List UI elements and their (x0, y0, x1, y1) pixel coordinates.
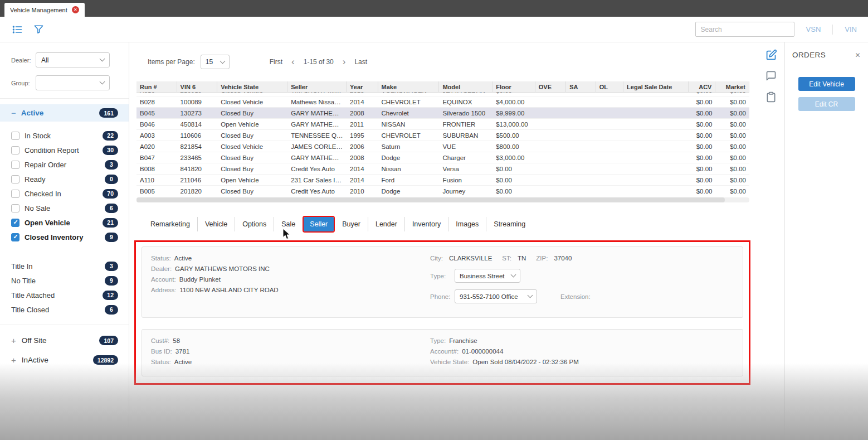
table-row[interactable]: B028100089Closed VehicleMathews Nissan I… (136, 96, 749, 108)
clipboard-icon[interactable] (765, 91, 777, 103)
sidebar-item-closed-inventory[interactable]: Closed Inventory9 (0, 230, 129, 244)
sidebar-section-off-site[interactable]: +Off Site107 (0, 331, 129, 350)
column-header-floor[interactable]: Floor (492, 81, 535, 93)
sidebar-section-inactive[interactable]: +InActive12892 (0, 350, 129, 370)
tab-streaming[interactable]: Streaming (486, 217, 533, 231)
column-header-run[interactable]: Run # (136, 81, 177, 93)
table-row[interactable]: B047233465Closed BuyGARY MATHEWS ...2008… (136, 152, 749, 163)
scrollbar-thumb[interactable] (136, 197, 725, 202)
column-header-model[interactable]: Model (439, 81, 492, 93)
items-per-page-value: 15 (206, 58, 213, 66)
column-header-legal-sale-date[interactable]: Legal Sale Date (623, 81, 689, 93)
table-row[interactable]: A110211046Open Vehicle231 Car Sales Inc.… (136, 175, 749, 186)
table-row[interactable]: B005201820Closed BuyCredit Yes Auto2010D… (136, 186, 749, 196)
table-row[interactable]: B046450814Open VehicleGARY MATHEWS ...20… (136, 119, 749, 130)
next-page-icon[interactable] (343, 59, 346, 65)
tab-close-icon[interactable] (72, 6, 79, 13)
checkbox-ready[interactable] (11, 175, 19, 183)
count-badge: 21 (103, 218, 118, 228)
orders-header: ORDERS (792, 51, 861, 59)
sidebar-item-condition-report[interactable]: Condition Report30 (0, 143, 129, 157)
checkbox-no-sale[interactable] (11, 204, 19, 212)
close-icon[interactable] (855, 51, 861, 59)
table-cell: $4,000.00 (492, 96, 535, 108)
column-header-ol[interactable]: OL (596, 81, 623, 93)
sidebar-item-title-in[interactable]: Title In3 (0, 259, 129, 273)
checkbox-checked-in[interactable] (11, 190, 19, 198)
list-menu-icon[interactable] (11, 23, 23, 36)
tab-seller[interactable]: Seller (304, 217, 334, 231)
sidebar-item-title-attached[interactable]: Title Attached12 (0, 288, 129, 302)
table-cell: $0.00 (492, 175, 535, 186)
table-cell: Charger (439, 152, 492, 163)
last-page-button[interactable]: Last (354, 58, 367, 66)
items-per-page-select[interactable]: 15 (201, 55, 230, 69)
sidebar-item-ready[interactable]: Ready0 (0, 172, 129, 186)
tab-images[interactable]: Images (448, 217, 486, 231)
table-row[interactable]: A003110606Closed BuyTENNESSEE QUICK...19… (136, 130, 749, 141)
previous-page-icon[interactable] (291, 59, 295, 65)
edit-cr-button[interactable]: Edit CR (798, 97, 855, 111)
checkbox-open-vehicle[interactable] (11, 219, 19, 227)
table-cell: Chevrolet (378, 108, 440, 119)
seller-info-panel: Cust#:58Bus ID:3781Status:Active Type:Fr… (142, 329, 743, 376)
checkbox-in-stock[interactable] (11, 132, 19, 140)
column-header-make[interactable]: Make (378, 81, 440, 93)
tab-vehicle[interactable]: Vehicle (197, 217, 235, 231)
type-row: Type: Business Street (430, 269, 734, 283)
table-cell (623, 163, 689, 175)
seller-box-right: City:CLARKSVILLEST:TNZIP:37040 Type: Bus… (430, 254, 734, 310)
edit-vehicle-button[interactable]: Edit Vehicle (798, 77, 855, 91)
table-cell: Fusion (439, 175, 492, 186)
column-header-year[interactable]: Year (347, 81, 378, 93)
column-header-vin-6[interactable]: VIN 6 (177, 81, 218, 93)
vsn-button[interactable]: VSN (806, 25, 821, 33)
field-status: Status:Active (151, 254, 430, 263)
sidebar-item-title-closed[interactable]: Title Closed6 (0, 302, 129, 317)
column-header-sa[interactable]: SA (566, 81, 596, 93)
sidebar-item-open-vehicle[interactable]: Open Vehicle21 (0, 215, 129, 230)
checkbox-repair-order[interactable] (11, 161, 19, 169)
comment-icon[interactable] (765, 70, 777, 82)
table-scroll[interactable]: Run #VIN 6Vehicle StateSellerYearMakeMod… (136, 81, 749, 196)
checkbox-closed-inventory[interactable] (11, 233, 19, 241)
filter-icon[interactable] (32, 23, 45, 36)
vin-button[interactable]: VIN (845, 25, 857, 33)
tab-options[interactable]: Options (235, 217, 274, 231)
column-header-ove[interactable]: OVE (535, 81, 566, 93)
tab-buyer[interactable]: Buyer (335, 217, 368, 231)
tab-remarketing[interactable]: Remarketing (143, 217, 197, 231)
dealer-select[interactable]: All (36, 52, 110, 67)
edit-note-icon[interactable] (765, 49, 777, 61)
expand-icon: + (11, 337, 16, 345)
table-row[interactable]: B045130273Closed BuyGARY MATHEWS ...2008… (136, 108, 749, 119)
tab-lender[interactable]: Lender (368, 217, 404, 231)
type-select[interactable]: Business Street (455, 269, 520, 283)
table-cell: TENNESSEE QUICK... (287, 130, 347, 141)
column-header-acv[interactable]: ACV (689, 81, 715, 93)
column-header-market[interactable]: Market (715, 81, 749, 93)
column-header-seller[interactable]: Seller (287, 81, 347, 93)
table-row[interactable]: B008841820Closed BuyCredit Yes Auto2014N… (136, 163, 749, 175)
table-cell (535, 175, 566, 186)
horizontal-scrollbar[interactable] (136, 197, 749, 202)
sidebar-item-no-sale[interactable]: No Sale6 (0, 201, 129, 215)
search-input[interactable] (695, 22, 794, 37)
window-tab[interactable]: Vehicle Management (4, 3, 85, 17)
table-cell (596, 119, 623, 130)
group-select[interactable] (36, 75, 110, 90)
sidebar-section-active[interactable]: − Active 161 (0, 104, 129, 122)
sidebar-item-in-stock[interactable]: In Stock22 (0, 128, 129, 143)
first-page-button[interactable]: First (270, 58, 282, 66)
sidebar-item-repair-order[interactable]: Repair Order3 (0, 157, 129, 172)
phone-select[interactable]: 931-552-7100 Office (455, 289, 537, 303)
table-row[interactable]: A020821854Closed VehicleJAMES CORLEW C..… (136, 141, 749, 152)
table-cell: $0.00 (689, 96, 715, 108)
sidebar-item-checked-in[interactable]: Checked In70 (0, 186, 129, 201)
seller-detail-panel: Status:ActiveDealer:GARY MATHEWS MOTORS … (142, 246, 743, 318)
tab-inventory[interactable]: Inventory (404, 217, 448, 231)
table-cell (566, 119, 596, 130)
column-header-vehicle-state[interactable]: Vehicle State (217, 81, 287, 93)
checkbox-condition-report[interactable] (11, 146, 19, 154)
sidebar-item-no-title[interactable]: No Title9 (0, 273, 129, 288)
